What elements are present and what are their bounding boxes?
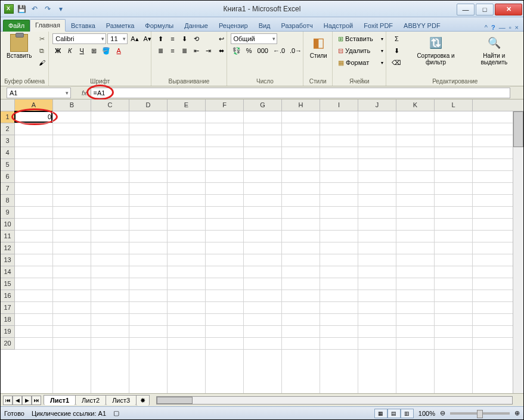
row-header-3[interactable]: 3 [1,135,14,147]
paste-button[interactable]: Вставить [4,33,34,60]
comma-style-button[interactable]: 000 [256,45,270,56]
vertical-scrollbar[interactable] [513,111,523,393]
align-center-button[interactable]: ≡ [167,45,178,56]
fill-button[interactable]: ⬇ [390,45,403,56]
column-header-I[interactable]: I [320,99,358,111]
align-bottom-button[interactable]: ⬇ [179,33,190,44]
row-header-17[interactable]: 17 [1,302,14,314]
align-top-button[interactable]: ⬆ [155,33,166,44]
accounting-format-button[interactable]: 💱 [231,45,243,56]
name-box[interactable]: A1 [7,88,71,98]
delete-cells-button[interactable]: ⊟Удалить▾ [336,45,385,56]
row-header-6[interactable]: 6 [1,171,14,183]
fx-icon[interactable]: fx [82,89,87,97]
orientation-button[interactable]: ⟲ [191,33,201,44]
workbook-minimize-icon[interactable]: — [499,24,506,31]
select-all-corner[interactable] [1,99,15,111]
column-header-D[interactable]: D [129,99,168,111]
page-layout-view-button[interactable]: ▤ [387,409,401,418]
autosum-button[interactable]: Σ [390,33,403,44]
row-header-8[interactable]: 8 [1,195,14,207]
merge-center-button[interactable]: ⬌ [216,45,227,56]
tab-abbyy[interactable]: ABBYY PDF [398,20,446,32]
tab-layout[interactable]: Разметка [101,20,140,32]
grow-font-button[interactable]: A▴ [129,33,140,44]
redo-button[interactable]: ↷ [42,4,53,14]
column-header-H[interactable]: H [282,99,320,111]
new-sheet-button[interactable]: ✸ [136,395,150,406]
sheet-tab-2[interactable]: Лист2 [75,395,106,405]
find-select-button[interactable]: 🔍 Найти и выделить [469,33,520,67]
zoom-level[interactable]: 100% [418,410,435,417]
row-header-19[interactable]: 19 [1,326,14,338]
percent-button[interactable]: % [244,45,255,56]
row-header-12[interactable]: 12 [1,242,14,254]
border-button[interactable]: ⊞ [88,45,99,56]
tab-review[interactable]: Рецензир [213,20,253,32]
font-name-combo[interactable]: Calibri [52,33,106,44]
minimize-ribbon-icon[interactable]: ^ [485,24,488,31]
number-format-combo[interactable]: Общий [231,33,277,44]
fill-color-button[interactable]: 🪣 [100,45,112,56]
align-middle-button[interactable]: ≡ [167,33,178,44]
macro-record-icon[interactable]: ▢ [113,409,119,417]
tab-foxit[interactable]: Foxit PDF [358,20,398,32]
tab-view[interactable]: Вид [253,20,276,32]
formula-bar[interactable]: =A1 [91,88,510,98]
help-icon[interactable]: ? [491,24,495,31]
horizontal-scrollbar[interactable] [156,396,513,405]
workbook-close-icon[interactable]: × [515,24,519,31]
column-header-E[interactable]: E [168,99,206,111]
row-header-16[interactable]: 16 [1,290,14,302]
normal-view-button[interactable]: ▦ [374,409,387,418]
sheet-next-button[interactable]: ▶ [22,396,32,405]
decrease-decimal-button[interactable]: .0→ [288,45,303,56]
maximize-button[interactable]: □ [476,4,494,15]
increase-decimal-button[interactable]: ←.0 [271,45,287,56]
tab-home[interactable]: Главная [30,19,66,32]
column-header-J[interactable]: J [358,99,396,111]
wrap-text-button[interactable]: ↩ [216,33,227,44]
row-header-5[interactable]: 5 [1,159,14,171]
row-header-20[interactable]: 20 [1,338,14,350]
cut-button[interactable] [36,33,47,44]
sheet-tab-1[interactable]: Лист1 [44,395,76,405]
save-button[interactable]: 💾 [16,4,27,14]
close-button[interactable]: ✕ [495,4,522,15]
tab-file[interactable]: Файл [3,20,30,32]
minimize-button[interactable]: — [457,4,475,15]
tab-insert[interactable]: Вставка [66,20,101,32]
row-header-7[interactable]: 7 [1,183,14,195]
zoom-out-button[interactable]: ⊖ [440,409,445,417]
column-header-K[interactable]: K [396,99,435,111]
row-header-4[interactable]: 4 [1,147,14,159]
column-header-L[interactable]: L [435,99,473,111]
undo-button[interactable]: ↶ [29,4,40,14]
sheet-last-button[interactable]: ⏭ [32,396,41,405]
cells-area[interactable]: 0 [15,111,523,393]
vscroll-thumb[interactable] [513,111,523,147]
align-left-button[interactable]: ≣ [155,45,166,56]
qat-customize-icon[interactable]: ▾ [55,4,66,14]
column-header-G[interactable]: G [244,99,282,111]
zoom-in-button[interactable]: ⊕ [514,409,520,417]
column-header-C[interactable]: C [91,99,129,111]
italic-button[interactable]: К [64,45,75,56]
row-header-9[interactable]: 9 [1,207,14,219]
increase-indent-button[interactable]: ⇥ [203,45,213,56]
clear-button[interactable]: ⌫ [390,57,403,68]
zoom-slider[interactable] [450,412,510,415]
font-size-combo[interactable]: 11 [107,33,128,44]
sheet-tab-3[interactable]: Лист3 [106,395,137,405]
bold-button[interactable]: Ж [52,45,63,56]
row-header-18[interactable]: 18 [1,314,14,326]
copy-button[interactable] [36,45,47,56]
insert-cells-button[interactable]: ⊞Вставить▾ [336,33,385,44]
tab-developer[interactable]: Разработч [276,20,318,32]
tab-data[interactable]: Данные [179,20,213,32]
column-header-F[interactable]: F [206,99,244,111]
format-painter-button[interactable] [36,57,47,68]
align-right-button[interactable]: ≣ [179,45,190,56]
row-header-11[interactable]: 11 [1,231,14,242]
tab-addins[interactable]: Надстрой [318,20,358,32]
